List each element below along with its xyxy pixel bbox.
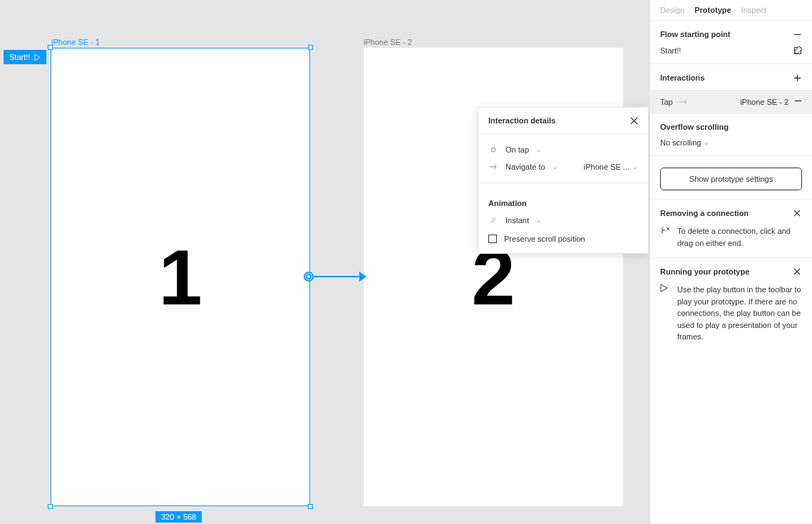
arrow-right-icon [679,98,688,106]
interactions-header: Interactions [660,73,704,82]
trigger-label: On tap [505,145,529,154]
interaction-details-title: Interaction details [488,116,555,125]
chevron-down-icon: ⌄ [553,163,558,170]
delete-connection-icon [660,225,670,249]
dismiss-removing-tip-button[interactable] [792,208,802,218]
tap-icon [488,146,498,153]
flow-name[interactable]: Start!! [660,46,681,55]
preserve-scroll-checkbox[interactable] [488,235,497,243]
chevron-down-icon: ⌄ [704,139,709,146]
interaction-row[interactable]: Tap iPhone SE - 2 [650,90,812,113]
interaction-details-popup: Interaction details On tap ⌄ Navigate to… [478,107,649,254]
plus-icon [793,74,801,82]
right-panel: Design Prototype Inspect Flow starting p… [649,0,812,524]
interaction-target: iPhone SE - 2 [740,98,788,106]
connection-arrowhead[interactable] [359,272,366,282]
flow-starting-point-header: Flow starting point [660,30,730,38]
preserve-scroll-checkbox-row[interactable]: Preserve scroll position [488,229,638,246]
edit-flow-name-button[interactable] [793,46,802,55]
panel-tabs: Design Prototype Inspect [650,0,812,20]
frame-label-2[interactable]: iPhone SE - 2 [364,38,412,46]
preserve-scroll-label: Preserve scroll position [504,235,585,243]
removing-connection-tip: To delete a connection, click and drag o… [677,225,802,249]
close-icon [793,210,801,217]
action-target-label: iPhone SE ... [584,163,629,171]
overflow-scrolling-dropdown[interactable]: No scrolling ⌄ [660,131,802,147]
minus-icon [794,97,802,105]
selection-handle-top-right[interactable] [308,45,313,50]
play-triangle-icon [34,54,41,61]
animation-type-dropdown[interactable]: Instant ⌄ [488,212,638,229]
tab-design[interactable]: Design [660,6,684,14]
play-icon [660,284,670,343]
action-label: Navigate to [505,163,545,171]
remove-flow-button[interactable] [792,29,802,39]
animation-header: Animation [488,190,638,212]
running-prototype-header: Running your prototype [660,267,749,276]
instant-icon [488,217,498,224]
connection-start-node[interactable] [304,272,314,282]
flow-start-badge[interactable]: Start!! [4,50,46,64]
chevron-down-icon: ⌄ [536,217,542,224]
edit-icon [793,46,802,55]
selection-handle-bottom-left[interactable] [48,504,53,509]
tab-prototype[interactable]: Prototype [694,6,731,14]
frame-label-1[interactable]: iPhone SE - 1 [51,38,100,46]
overflow-scrolling-header: Overflow scrolling [660,123,729,131]
dismiss-running-tip-button[interactable] [792,267,802,277]
design-canvas[interactable]: Start!! iPhone SE - 1 iPhone SE - 2 2 1 … [0,0,649,524]
svg-point-1 [493,149,494,150]
flow-start-badge-label: Start!! [9,53,30,61]
interaction-trigger: Tap [660,98,673,106]
selection-handle-bottom-right[interactable] [308,504,313,509]
frame-size-badge: 320 × 568 [155,511,202,523]
overflow-scrolling-value: No scrolling [660,138,701,147]
frame-1[interactable]: 1 [51,48,310,506]
remove-interaction-button[interactable] [794,97,802,106]
chevron-down-icon: ⌄ [536,146,542,153]
show-prototype-settings-button[interactable]: Show prototype settings [660,168,802,190]
removing-connection-header: Removing a connection [660,209,749,217]
tab-inspect[interactable]: Inspect [741,6,766,14]
running-prototype-tip: Use the play button in the toolbar to pl… [677,284,802,343]
frame-1-content: 1 [158,232,202,322]
minus-icon [793,31,801,38]
close-icon [630,117,638,125]
action-target-dropdown[interactable]: iPhone SE ... ⌄ [584,163,638,171]
connection-line[interactable] [314,276,364,277]
close-icon [793,268,801,275]
animation-type-label: Instant [505,216,529,225]
action-dropdown[interactable]: Navigate to ⌄ iPhone SE ... ⌄ [488,158,638,175]
chevron-down-icon: ⌄ [632,163,638,170]
arrow-right-icon [488,164,498,170]
selection-handle-top-left[interactable] [48,45,53,50]
close-popup-button[interactable] [630,117,638,125]
add-interaction-button[interactable] [792,73,802,83]
trigger-dropdown[interactable]: On tap ⌄ [488,141,638,158]
